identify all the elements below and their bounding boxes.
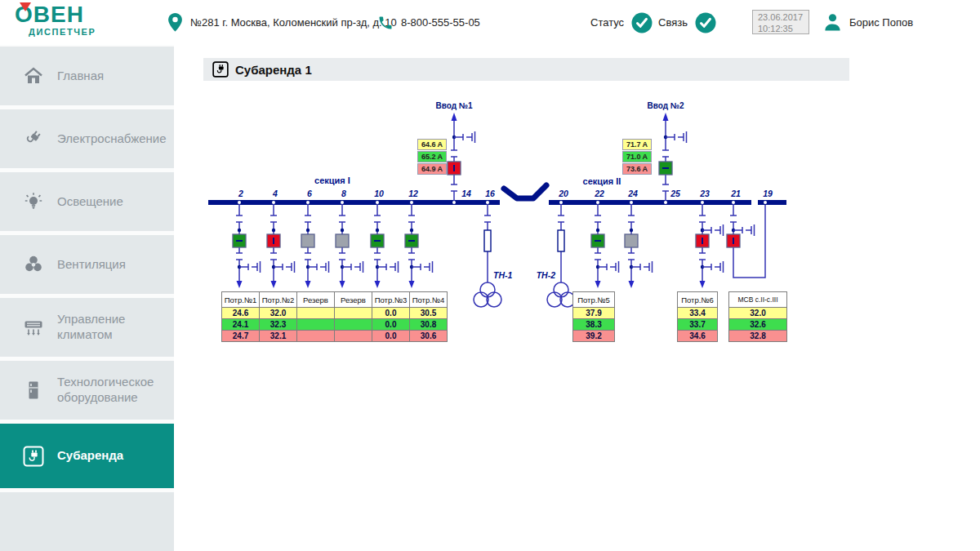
feeder-12-breaker[interactable] bbox=[405, 234, 418, 247]
feeder-22-breaker[interactable] bbox=[591, 234, 604, 247]
sidebar-item-climate[interactable]: Управление климатом bbox=[0, 298, 174, 357]
table-cell: 33.7 bbox=[678, 319, 718, 331]
table-header-cell: Потр.№1 bbox=[222, 292, 260, 308]
equipment-icon bbox=[22, 380, 45, 401]
consumers-table-section1: Потр.№1 Потр.№2 Резерв Резерв Потр.№3 По… bbox=[221, 291, 448, 342]
table-cell: 32.0 bbox=[260, 308, 297, 319]
feeder-24-breaker[interactable] bbox=[625, 234, 638, 247]
input2-label: Ввод №2 bbox=[647, 101, 684, 110]
busbar-section-3-stub bbox=[758, 200, 786, 205]
person-icon bbox=[823, 12, 842, 33]
phone-icon bbox=[377, 15, 394, 31]
home-icon bbox=[22, 65, 45, 87]
table-cell bbox=[335, 331, 372, 342]
sidebar-item-ventilation[interactable]: Вентиляция bbox=[0, 235, 174, 294]
address-block: №281 г. Москва, Коломенский пр-зд, д. 10 bbox=[167, 0, 397, 45]
address-text: №281 г. Москва, Коломенский пр-зд, д. 10 bbox=[190, 16, 397, 29]
feeder-6-breaker[interactable] bbox=[301, 234, 314, 247]
table-header-cell: Потр.№5 bbox=[573, 292, 615, 308]
bus-number: 8 bbox=[341, 189, 346, 198]
table-cell: 24.1 bbox=[222, 319, 260, 331]
table-cell: 24.7 bbox=[222, 331, 260, 342]
sidebar-item-home[interactable]: Главная bbox=[0, 47, 174, 105]
bus-number: 10 bbox=[374, 189, 384, 198]
measurement-value: 64.9 A bbox=[417, 163, 447, 175]
table-cell: 34.6 bbox=[678, 331, 718, 342]
table-cell: 0.0 bbox=[372, 308, 410, 319]
bus-number: 16 bbox=[485, 189, 495, 198]
bulb-icon bbox=[22, 191, 45, 212]
input1-label: Ввод №1 bbox=[435, 101, 472, 110]
sidebar-item-label: Технологическое оборудование bbox=[57, 375, 170, 406]
link-indicator: Связь bbox=[658, 0, 716, 45]
sidebar-item-equipment[interactable]: Технологическое оборудование bbox=[0, 361, 174, 420]
feeder-23-breaker[interactable] bbox=[696, 234, 709, 247]
sidebar-item-label: Освещение bbox=[57, 194, 170, 210]
sidebar-item-lighting[interactable]: Освещение bbox=[0, 172, 174, 231]
table-cell bbox=[335, 308, 372, 319]
brand-logo: ОВЕН ДИСПЕТЧЕР bbox=[15, 3, 96, 37]
table-cell: 32.1 bbox=[260, 331, 297, 342]
measurement-value: 73.6 A bbox=[622, 163, 652, 175]
table-cell bbox=[297, 308, 335, 319]
table-header-cell: Резерв bbox=[297, 292, 335, 308]
sidebar-item-label: Вентиляция bbox=[57, 257, 170, 273]
table-row: 24.1 32.3 0.0 30.8 bbox=[222, 319, 448, 331]
boxed-plug-icon bbox=[22, 446, 45, 467]
tn1-label: ТН-1 bbox=[493, 270, 512, 280]
top-bar: ОВЕН ДИСПЕТЧЕР №281 г. Москва, Коломенск… bbox=[0, 0, 980, 45]
busbar-section-2 bbox=[549, 200, 751, 205]
bus-number: 4 bbox=[272, 189, 278, 198]
input2-breaker[interactable] bbox=[659, 162, 672, 175]
bus-tie-break-symbol bbox=[504, 185, 546, 198]
table-cell bbox=[297, 319, 335, 331]
busbar-section-1 bbox=[208, 200, 500, 205]
table-row: 24.7 32.1 0.0 30.6 bbox=[222, 331, 448, 342]
table-cell: 30.5 bbox=[410, 308, 448, 319]
bus-number: 23 bbox=[699, 189, 710, 198]
link-check-circle-icon bbox=[695, 12, 716, 33]
table-cell: 0.0 bbox=[372, 319, 410, 331]
sidebar-item-label: Субаренда bbox=[57, 448, 170, 464]
datetime-box: 23.06.2017 10:12:35 bbox=[752, 10, 809, 34]
phone-number: 8-800-555-55-05 bbox=[401, 16, 480, 29]
feeder-16-vt bbox=[474, 202, 501, 307]
table-header-cell: Потр.№6 bbox=[678, 292, 718, 308]
user-name: Борис Попов bbox=[849, 16, 913, 29]
table-cell: 32.6 bbox=[729, 319, 787, 331]
measurement-value: 71.7 A bbox=[622, 139, 652, 150]
feeder-8-breaker[interactable] bbox=[336, 234, 349, 247]
sidebar-item-sublease[interactable]: Субаренда bbox=[0, 424, 174, 488]
status-check-circle-icon bbox=[631, 12, 653, 33]
measurement-value: 71.0 A bbox=[622, 151, 652, 162]
table-header-cell: Резерв bbox=[335, 292, 372, 308]
user-block: Борис Попов bbox=[823, 0, 913, 45]
sidebar-item-label: Электроснабжение bbox=[57, 131, 170, 147]
feeder-10-breaker[interactable] bbox=[371, 234, 384, 247]
tn2-label: ТН-2 bbox=[537, 270, 555, 280]
feeder-21-breaker[interactable] bbox=[727, 234, 740, 247]
table-cell bbox=[297, 331, 335, 342]
feeder-4-breaker[interactable] bbox=[267, 234, 280, 247]
bus-number: 14 bbox=[461, 189, 471, 198]
table-header-cell: МСВ с.II-с.III bbox=[729, 292, 787, 308]
table-cell bbox=[335, 319, 372, 331]
phone-block: 8-800-555-55-05 bbox=[377, 0, 480, 45]
table-cell: 33.4 bbox=[678, 308, 718, 319]
bus-number: 22 bbox=[594, 189, 604, 198]
input1-breaker[interactable] bbox=[448, 162, 461, 175]
bus-number: 21 bbox=[730, 189, 741, 198]
table-cell: 39.2 bbox=[573, 331, 615, 342]
table-cell: 30.8 bbox=[410, 319, 448, 331]
sidebar-item-power[interactable]: Электроснабжение bbox=[0, 109, 174, 168]
plug-icon bbox=[22, 128, 45, 149]
input2-measurements: 71.7 A 71.0 A 73.6 A bbox=[622, 139, 652, 176]
table-header-cell: Потр.№2 bbox=[260, 292, 297, 308]
feeder-2-breaker[interactable] bbox=[233, 234, 246, 247]
table-cell: 38.3 bbox=[573, 319, 615, 331]
table-cell: 32.8 bbox=[729, 331, 787, 342]
section1-label: секция I bbox=[314, 176, 350, 185]
link-label: Связь bbox=[658, 16, 688, 29]
table-cell: 30.6 bbox=[410, 331, 448, 342]
measurement-value: 64.6 A bbox=[417, 139, 447, 150]
